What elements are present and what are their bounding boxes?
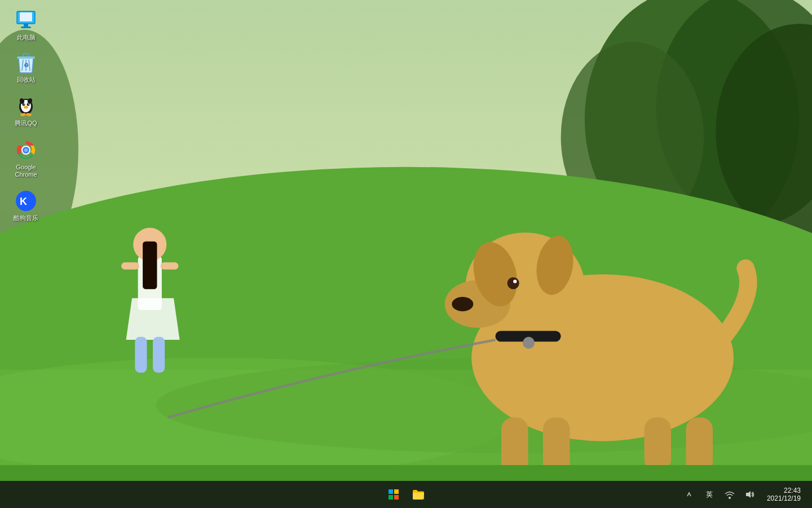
svg-marker-64	[746, 491, 751, 498]
network-icon	[725, 490, 735, 499]
chevron-up-icon	[686, 491, 692, 498]
svg-rect-60	[394, 489, 399, 494]
network-icon-button[interactable]	[722, 484, 738, 505]
svg-rect-28	[143, 242, 157, 290]
svg-rect-23	[645, 417, 672, 471]
svg-point-16	[508, 277, 519, 289]
svg-point-18	[452, 297, 473, 311]
clock-date: 2021/12/19	[767, 494, 801, 502]
svg-rect-37	[21, 27, 31, 28]
file-explorer-button[interactable]	[407, 483, 430, 506]
svg-text:♻: ♻	[24, 62, 29, 68]
svg-rect-31	[135, 337, 147, 373]
svg-rect-38	[17, 56, 35, 59]
monitor-icon	[15, 9, 37, 32]
clock-time: 22:43	[784, 487, 801, 494]
svg-rect-30	[161, 262, 179, 270]
svg-point-20	[523, 337, 535, 349]
clock-area[interactable]: 22:43 2021/12/19	[762, 487, 805, 502]
desktop-icon-recycle-bin[interactable]: ♻ 回收站	[6, 49, 46, 87]
svg-point-56	[24, 148, 28, 152]
svg-rect-59	[389, 489, 393, 494]
svg-rect-36	[24, 24, 28, 27]
svg-marker-26	[126, 298, 180, 340]
svg-text:K: K	[20, 196, 27, 207]
desktop-icon-qq[interactable]: 腾讯QQ	[6, 91, 46, 130]
kuwo-music-icon: K	[15, 190, 37, 212]
recycle-bin-icon: ♻	[15, 52, 37, 74]
tray-chevron-button[interactable]	[681, 484, 697, 505]
svg-point-49	[24, 106, 28, 109]
svg-point-17	[513, 279, 517, 283]
desktop-icon-kuwo-music-label: 酷狗音乐	[14, 214, 38, 222]
speaker-icon	[745, 490, 755, 499]
google-chrome-icon	[15, 139, 37, 161]
folder-icon	[412, 489, 425, 500]
windows-logo-icon	[389, 489, 399, 500]
start-button[interactable]	[382, 483, 405, 506]
desktop-icon-kuwo-music[interactable]: K 酷狗音乐	[6, 186, 46, 225]
desktop-icon-qq-label: 腾讯QQ	[15, 120, 37, 127]
desktop-icon-google-chrome[interactable]: Google Chrome	[6, 135, 46, 182]
language-text: 英	[706, 490, 713, 500]
svg-rect-62	[394, 495, 399, 500]
desktop-icon-my-computer[interactable]: 此电脑	[6, 6, 46, 45]
desktop-icon-google-chrome-label: Google Chrome	[8, 164, 44, 178]
desktop-icon-my-computer-label: 此电脑	[17, 34, 36, 41]
svg-rect-32	[153, 337, 165, 373]
taskbar-right: 英 22:43 2021/12/	[681, 484, 805, 505]
desktop-icon-recycle-bin-label: 回收站	[17, 76, 36, 84]
language-indicator[interactable]: 英	[701, 484, 717, 505]
taskbar-center	[382, 483, 430, 506]
taskbar: 英 22:43 2021/12/	[0, 481, 812, 508]
desktop-icons: 此电脑 ♻ 回收站	[6, 6, 46, 225]
volume-icon-button[interactable]	[742, 484, 758, 505]
svg-rect-61	[389, 495, 393, 500]
svg-point-47	[24, 104, 25, 105]
qq-icon	[15, 95, 37, 117]
svg-rect-35	[20, 12, 32, 21]
svg-rect-29	[121, 262, 139, 270]
desktop: 此电脑 ♻ 回收站	[0, 0, 812, 508]
svg-point-63	[729, 497, 731, 499]
